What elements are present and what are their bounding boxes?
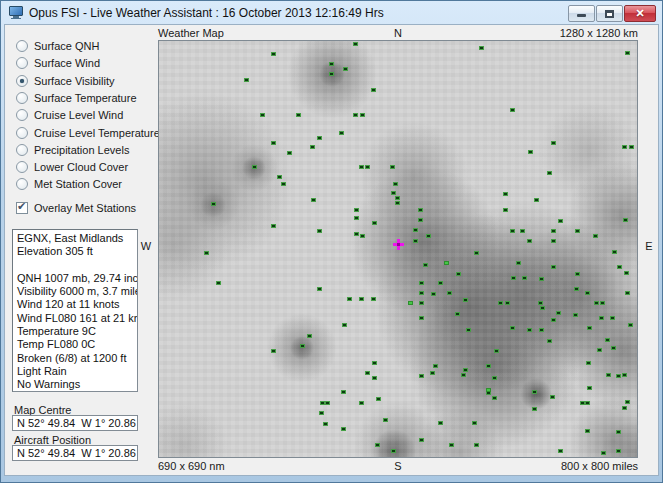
met-station-dot xyxy=(625,400,630,404)
met-station-dot xyxy=(606,373,611,377)
radio-lower-cloud-cover[interactable]: Lower Cloud Cover xyxy=(16,160,128,174)
map-centre-input[interactable] xyxy=(12,415,138,431)
met-station-dot xyxy=(339,131,344,135)
weather-map[interactable] xyxy=(158,40,638,458)
met-station-dot xyxy=(360,113,365,117)
radio-met-station-cover[interactable]: Met Station Cover xyxy=(16,177,122,191)
met-station-dot xyxy=(623,218,628,222)
radio-surface-wind[interactable]: Surface Wind xyxy=(16,56,100,70)
met-station-dot xyxy=(423,263,428,267)
visibility-blob xyxy=(566,161,638,271)
radio-circle-icon xyxy=(16,40,28,52)
met-station-dot xyxy=(413,228,418,232)
info-line: Light Rain xyxy=(17,365,137,378)
met-station-dot xyxy=(329,62,334,66)
met-station-dot xyxy=(317,287,322,291)
radio-surface-visibility[interactable]: Surface Visibility xyxy=(16,74,115,88)
met-station-dot xyxy=(550,395,555,399)
met-station-dot xyxy=(585,291,590,295)
met-station-dot xyxy=(204,251,209,255)
met-station-dot xyxy=(610,316,615,320)
met-station-dot xyxy=(419,301,424,305)
radio-cruise-level-temperature[interactable]: Cruise Level Temperature xyxy=(16,126,160,140)
minimize-button[interactable] xyxy=(568,5,595,22)
met-station-dot xyxy=(310,145,315,149)
met-station-dot xyxy=(551,239,556,243)
radio-surface-temperature[interactable]: Surface Temperature xyxy=(16,91,137,105)
met-station-dot xyxy=(383,418,388,422)
met-station-dot xyxy=(371,297,376,301)
close-button[interactable]: ✕ xyxy=(624,5,656,22)
met-station-dot xyxy=(296,113,301,117)
met-station-dot xyxy=(573,313,578,317)
met-station-dot xyxy=(516,261,521,265)
met-station-dot xyxy=(539,277,544,281)
info-line: Temperature 9C xyxy=(17,325,137,338)
radio-label: Precipitation Levels xyxy=(34,144,129,156)
met-station-dot xyxy=(395,201,400,205)
met-station-dot xyxy=(244,78,249,82)
visibility-blob xyxy=(158,91,294,271)
met-station-dot xyxy=(474,251,479,255)
met-station-dot xyxy=(611,346,616,350)
met-station-dot xyxy=(510,326,515,330)
radio-circle-icon xyxy=(16,57,28,69)
met-station-dot xyxy=(479,46,484,50)
met-station-dot xyxy=(551,141,556,145)
met-station-dot xyxy=(586,361,591,365)
met-station-dot xyxy=(271,349,276,353)
met-station-dot xyxy=(319,411,324,415)
met-station-dot xyxy=(575,272,580,276)
met-station-dot xyxy=(444,261,449,265)
met-station-dot xyxy=(622,145,627,149)
met-station-dot xyxy=(461,373,466,377)
met-station-dot xyxy=(587,326,592,330)
met-station-dot xyxy=(408,301,413,305)
met-station-dot xyxy=(463,368,468,372)
met-station-dot xyxy=(216,281,221,285)
met-station-dot xyxy=(353,113,358,117)
met-station-dot xyxy=(271,52,276,56)
app-window: Opus FSI - Live Weather Assistant : 16 O… xyxy=(0,0,663,483)
met-station-dot xyxy=(486,364,491,368)
met-station-dot xyxy=(300,344,305,348)
met-station-dot xyxy=(418,208,423,212)
met-station-dot xyxy=(418,218,423,222)
met-station-dot xyxy=(354,216,359,220)
met-station-dot xyxy=(391,191,396,195)
map-scale-miles: 800 x 800 miles xyxy=(158,460,638,472)
met-station-dot xyxy=(538,301,543,305)
aircraft-position-input[interactable] xyxy=(12,445,138,461)
met-station-dot xyxy=(317,229,322,233)
met-station-dot xyxy=(371,88,376,92)
met-station-dot xyxy=(585,429,590,433)
met-station-dot xyxy=(551,229,556,233)
met-station-dot xyxy=(390,165,395,169)
maximize-button[interactable] xyxy=(596,5,623,22)
visibility-blob xyxy=(414,408,504,458)
met-station-dot xyxy=(455,312,460,316)
radio-precipitation-levels[interactable]: Precipitation Levels xyxy=(16,143,129,157)
met-station-dot xyxy=(617,265,622,269)
met-station-dot xyxy=(311,198,316,202)
met-station-dot xyxy=(624,271,629,275)
info-line: Wind FL080 161 at 21 knots xyxy=(17,312,137,325)
station-info-box[interactable]: EGNX, East MidlandsElevation 305 ft QNH … xyxy=(12,229,138,392)
radio-label: Surface Visibility xyxy=(34,75,115,87)
radio-label: Cruise Level Temperature xyxy=(34,127,160,139)
radio-cruise-level-wind[interactable]: Cruise Level Wind xyxy=(16,108,123,122)
title-bar[interactable]: Opus FSI - Live Weather Assistant : 16 O… xyxy=(1,1,662,24)
radio-circle-icon xyxy=(16,127,28,139)
met-station-dot xyxy=(426,234,431,238)
met-station-dot xyxy=(372,221,377,225)
overlay-met-stations-checkbox[interactable]: Overlay Met Stations xyxy=(16,201,136,215)
radio-circle-icon xyxy=(16,161,28,173)
met-station-dot xyxy=(503,208,508,212)
met-station-dot xyxy=(449,443,454,447)
met-station-dot xyxy=(558,219,563,223)
met-station-dot xyxy=(354,208,359,212)
met-station-dot xyxy=(419,291,424,295)
radio-surface-qnh[interactable]: Surface QNH xyxy=(16,39,99,53)
met-station-dot xyxy=(438,281,443,285)
met-station-dot xyxy=(625,51,630,55)
